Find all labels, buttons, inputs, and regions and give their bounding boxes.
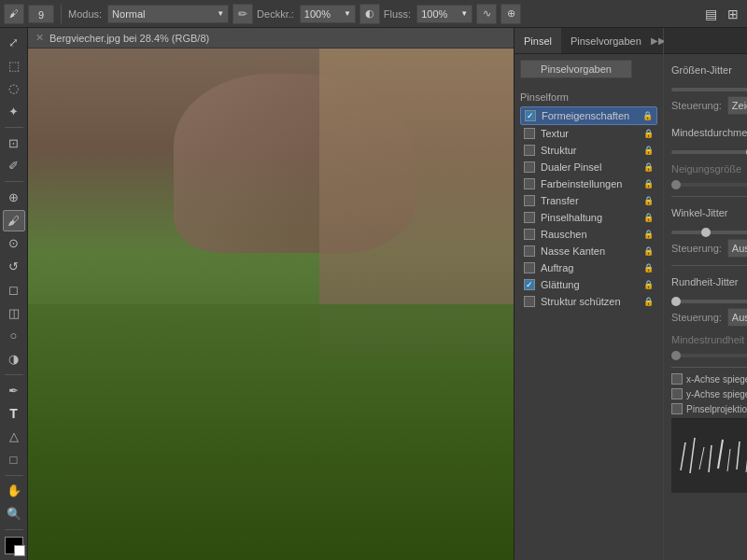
stamp-tool[interactable]: ⊙ [3, 233, 25, 255]
airbrush-icon[interactable]: ✏ [233, 4, 253, 24]
hand-tool[interactable]: ✋ [3, 481, 25, 502]
winkel-jitter-steuerung-value: Aus [732, 243, 747, 254]
heal-tool[interactable]: ⊕ [3, 187, 25, 208]
checkbox-textur[interactable] [524, 128, 535, 139]
groessen-jitter-slider[interactable] [671, 88, 747, 91]
rundheit-jitter-section: Rundheit-Jitter ← 0% Steuerung: Aus ▼ [671, 272, 747, 327]
neigungs-groesse-slider[interactable] [671, 183, 747, 187]
extra-icon[interactable]: ⊕ [500, 4, 521, 24]
tab-pinselvorgaben[interactable]: Pinselvorgaben [561, 28, 651, 53]
fluss-dropdown[interactable]: 100% ▼ [416, 5, 472, 23]
check-item-auftrag[interactable]: Auftrag 🔒 [520, 259, 657, 276]
expand-icon[interactable]: ⊞ [723, 4, 743, 24]
winkel-jitter-row: Winkel-Jitter ← 17% [671, 203, 747, 222]
check-item-struktur[interactable]: Struktur 🔒 [520, 142, 657, 159]
background-color[interactable] [14, 545, 25, 556]
eyedropper-tool[interactable]: ✐ [3, 155, 25, 176]
pinsel-projektion-checkbox[interactable] [671, 403, 683, 414]
pinselform-label: Pinselform [520, 91, 657, 103]
label-struktur-schuetzen: Struktur schützen [541, 296, 621, 307]
panel-toggle-icon[interactable]: ▤ [700, 4, 721, 24]
check-item-transfer[interactable]: Transfer 🔒 [520, 192, 657, 209]
path-tool[interactable]: △ [3, 426, 25, 447]
rundheit-jitter-steuerung-value: Aus [732, 312, 747, 323]
canvas-image[interactable] [28, 49, 514, 560]
mindest-durchmesser-slider[interactable] [671, 150, 747, 154]
svg-line-3 [709, 445, 712, 472]
tool-sep5 [5, 529, 23, 530]
vorgaben-section: Pinselvorgaben [514, 54, 663, 91]
winkel-jitter-steuerung-dropdown[interactable]: Aus ▼ [727, 239, 747, 258]
checkbox-struktur[interactable] [524, 145, 535, 156]
checkbox-auftrag[interactable] [524, 262, 535, 273]
blur-tool[interactable]: ○ [3, 325, 25, 346]
rundheit-jitter-label: Rundheit-Jitter [671, 276, 747, 287]
rundheit-jitter-steuerung-row: Steuerung: Aus ▼ [671, 308, 747, 327]
x-achse-checkbox[interactable] [671, 373, 683, 385]
mindest-rundheit-slider[interactable] [671, 354, 747, 357]
rundheit-jitter-steuerung-dropdown[interactable]: Aus ▼ [727, 308, 747, 327]
sliders-col-header [664, 28, 747, 54]
check-item-nasse-kanten[interactable]: Nasse Kanten 🔒 [520, 243, 657, 259]
lock-transfer: 🔒 [643, 196, 654, 205]
magic-wand-tool[interactable]: ✦ [3, 101, 25, 122]
checkbox-dualer-pinsel[interactable] [524, 161, 535, 173]
rundheit-jitter-slider[interactable] [671, 300, 747, 303]
label-textur: Textur [541, 128, 569, 139]
gradient-tool[interactable]: ◫ [3, 302, 25, 324]
checkbox-nasse-kanten[interactable] [524, 245, 535, 257]
check-item-farbeinstellungen[interactable]: Farbeinstellungen 🔒 [520, 175, 657, 192]
zoom-tool[interactable]: 🔍 [3, 503, 25, 525]
history-tool[interactable]: ↺ [3, 256, 25, 277]
sliders-panel: Größen-Jitter ← 46% Steuerung: Zeichenst… [664, 54, 747, 560]
y-achse-checkbox[interactable] [671, 388, 683, 399]
lasso-tool[interactable]: ◌ [3, 77, 25, 99]
x-achse-label: x-Achse spiegeln – Zufall [686, 374, 747, 385]
tab-pinsel[interactable]: Pinsel [514, 28, 561, 53]
lock-pinselhaltung: 🔒 [643, 213, 654, 222]
winkel-jitter-steuerung-row: Steuerung: Aus ▼ [671, 239, 747, 258]
pinselvorgaben-button[interactable]: Pinselvorgaben [520, 60, 632, 78]
crop-tool[interactable]: ⊡ [3, 133, 25, 154]
move-tool[interactable]: ⤢ [3, 32, 25, 53]
flow-icon[interactable]: ∿ [476, 4, 497, 24]
groessen-jitter-steuerung-value: Zeichenstift-Druck [732, 100, 747, 111]
groessen-jitter-steuerung-dropdown[interactable]: Zeichenstift-Druck ▼ [727, 96, 747, 115]
pinsel-projektion-row: Pinselprojektion [671, 403, 747, 414]
winkel-jitter-slider[interactable] [671, 231, 747, 234]
svg-line-1 [690, 438, 695, 473]
mindest-rundheit-section: Mindestrundheit [671, 334, 747, 359]
check-item-dualer-pinsel[interactable]: Dualer Pinsel 🔒 [520, 159, 657, 175]
brush-size[interactable]: 9 [28, 5, 54, 23]
neigungs-groesse-label: Neigungsgröße [671, 163, 747, 175]
brush-icon[interactable]: 🖌 [4, 4, 24, 24]
checkbox-glaettung[interactable] [524, 279, 535, 290]
dodge-tool[interactable]: ◑ [3, 348, 25, 370]
modus-dropdown[interactable]: Normal ▼ [107, 5, 229, 23]
check-item-textur[interactable]: Textur 🔒 [520, 125, 657, 142]
checkbox-farbeinstellungen[interactable] [524, 178, 535, 189]
check-item-struktur-schuetzen[interactable]: Struktur schützen 🔒 [520, 293, 657, 310]
check-item-glaettung[interactable]: Glättung 🔒 [520, 276, 657, 293]
checkbox-struktur-schuetzen[interactable] [524, 296, 535, 307]
checkbox-pinselhaltung[interactable] [524, 212, 535, 223]
deckung-dropdown[interactable]: 100% ▼ [300, 5, 356, 23]
select-tool[interactable]: ⬚ [3, 55, 25, 77]
separator1 [61, 5, 62, 23]
shape-tool[interactable]: □ [3, 449, 25, 470]
canvas-close-btn[interactable]: ✕ [35, 32, 44, 44]
checkbox-rauschen[interactable] [524, 229, 535, 240]
canvas-title-bar: ✕ Bergviecher.jpg bei 28.4% (RGB/8) [28, 28, 514, 49]
checkbox-transfer[interactable] [524, 195, 535, 206]
opacity-icon[interactable]: ◐ [359, 4, 380, 24]
check-item-formeigenschaften[interactable]: Formeigenschaften 🔒 [520, 106, 657, 125]
check-item-pinselhaltung[interactable]: Pinselhaltung 🔒 [520, 209, 657, 226]
eraser-tool[interactable]: ◻ [3, 279, 25, 301]
text-tool[interactable]: T [3, 403, 25, 425]
lock-struktur-schuetzen: 🔒 [643, 297, 654, 306]
pen-tool[interactable]: ✒ [3, 380, 25, 401]
foreground-color[interactable] [5, 537, 23, 554]
check-item-rauschen[interactable]: Rauschen 🔒 [520, 226, 657, 243]
checkbox-formeigenschaften[interactable] [525, 110, 536, 121]
brush-tool[interactable]: 🖌 [3, 210, 25, 231]
